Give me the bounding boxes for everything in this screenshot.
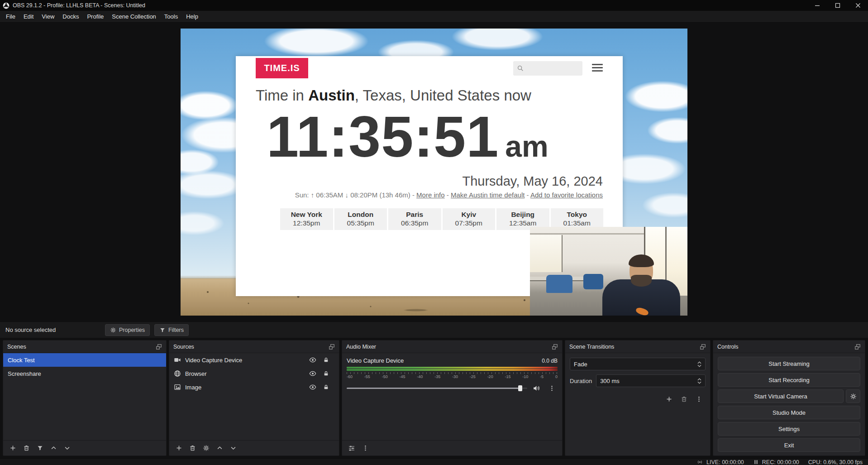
timeis-search-box: [513, 61, 582, 76]
timeis-logo: TIME.IS: [256, 58, 308, 78]
chevron-down-icon[interactable]: [697, 364, 701, 367]
timeis-heading: Time in Austin, Texas, United States now: [256, 87, 531, 104]
move-scene-down-button[interactable]: [61, 442, 73, 454]
obs-logo-icon: [3, 2, 10, 9]
add-scene-button[interactable]: [7, 442, 19, 454]
add-transition-button[interactable]: [663, 393, 675, 405]
globe-icon: [174, 370, 181, 377]
menu-edit[interactable]: Edit: [19, 11, 38, 22]
lock-icon[interactable]: [323, 370, 329, 377]
start-recording-button[interactable]: Start Recording: [718, 373, 860, 387]
chevron-down-icon[interactable]: [697, 381, 701, 384]
scene-filters-button[interactable]: [34, 442, 46, 454]
menu-file[interactable]: File: [2, 11, 19, 22]
virtual-camera-config-button[interactable]: [846, 389, 860, 403]
lock-icon[interactable]: [323, 384, 329, 390]
plus-icon: [666, 396, 672, 403]
visibility-eye-icon[interactable]: [309, 356, 316, 364]
close-button[interactable]: [848, 0, 868, 11]
scene-item-clock-test[interactable]: Clock Test: [3, 353, 166, 367]
remove-transition-button[interactable]: [678, 393, 690, 405]
source-item-video-capture[interactable]: Video Capture Device: [169, 353, 339, 367]
exit-button[interactable]: Exit: [718, 438, 860, 452]
scene-transitions-body: Fade Duration 300 ms: [565, 353, 710, 455]
broadcast-icon: [696, 459, 703, 465]
filter-icon: [37, 445, 43, 451]
speaker-icon[interactable]: [533, 384, 540, 392]
popout-icon[interactable]: [700, 344, 706, 350]
office-chair: [546, 275, 572, 293]
move-source-down-button[interactable]: [227, 442, 239, 454]
settings-button[interactable]: Settings: [718, 422, 860, 436]
menu-profile[interactable]: Profile: [83, 11, 108, 22]
source-item-image[interactable]: Image: [169, 380, 339, 394]
studio-mode-button[interactable]: Studio Mode: [718, 406, 860, 419]
scene-transitions-title: Scene Transitions: [569, 344, 614, 350]
trash-icon: [189, 445, 196, 451]
search-icon: [517, 65, 524, 72]
transition-menu-button[interactable]: [693, 393, 705, 405]
mixer-menu-button[interactable]: [359, 442, 371, 454]
sources-panel-header[interactable]: Sources: [169, 340, 339, 353]
chevron-up-icon: [216, 445, 223, 451]
duration-spinbox[interactable]: 300 ms: [596, 374, 706, 387]
rec-status: REC: 00:00:00: [753, 459, 799, 465]
popout-icon[interactable]: [156, 344, 162, 350]
title-bar[interactable]: OBS 29.1.2 - Profile: LLHLS BETA - Scene…: [0, 0, 868, 11]
start-virtual-camera-button[interactable]: Start Virtual Camera: [718, 389, 844, 403]
menu-docks[interactable]: Docks: [58, 11, 83, 22]
menu-scene-collection[interactable]: Scene Collection: [108, 11, 160, 22]
scene-transitions-header[interactable]: Scene Transitions: [565, 340, 710, 353]
advanced-audio-button[interactable]: [346, 442, 358, 454]
preview-canvas[interactable]: TIME.IS Time in Austin, Texas, United St…: [181, 29, 687, 316]
maximize-button[interactable]: [827, 0, 848, 11]
scene-item-screenshare[interactable]: Screenshare: [3, 367, 166, 380]
menu-view[interactable]: View: [38, 11, 58, 22]
menu-tools[interactable]: Tools: [160, 11, 182, 22]
plus-icon: [176, 445, 182, 451]
remove-source-button[interactable]: [186, 442, 198, 454]
chevron-up-icon[interactable]: [697, 361, 701, 364]
meter-tick-ruler: [347, 372, 558, 374]
add-source-button[interactable]: [173, 442, 185, 454]
visibility-eye-icon[interactable]: [309, 384, 316, 391]
source-item-browser[interactable]: Browser: [169, 367, 339, 380]
preview-background: TIME.IS Time in Austin, Texas, United St…: [0, 23, 868, 321]
properties-button[interactable]: Properties: [105, 324, 150, 336]
world-clock-cell: Paris06:35pm: [388, 208, 441, 230]
chevron-up-icon[interactable]: [697, 378, 701, 381]
mixer-db-value: 0.0 dB: [542, 358, 558, 364]
move-source-up-button[interactable]: [214, 442, 225, 454]
filters-button[interactable]: Filters: [154, 324, 189, 336]
controls-header[interactable]: Controls: [713, 340, 865, 353]
sources-list: Video Capture Device Browser: [169, 353, 339, 440]
volume-meter: [347, 367, 558, 371]
status-bar: LIVE: 00:00:00 REC: 00:00:00 CPU: 0.6%, …: [0, 458, 868, 465]
pause-icon: [753, 459, 759, 465]
popout-icon[interactable]: [552, 344, 558, 350]
lock-icon[interactable]: [323, 357, 329, 363]
scenes-toolbar: [3, 440, 166, 455]
popout-icon[interactable]: [329, 344, 335, 350]
source-properties-button[interactable]: [200, 442, 212, 454]
timeis-sun-line: Sun: ↑ 06:35AM ↓ 08:20PM (13h 46m) - Mor…: [295, 191, 603, 199]
mixer-item-menu-button[interactable]: [546, 382, 558, 394]
webcam-overlay: [530, 227, 687, 316]
visibility-eye-icon[interactable]: [309, 370, 316, 377]
start-streaming-button[interactable]: Start Streaming: [718, 357, 860, 370]
audio-mixer-header[interactable]: Audio Mixer: [342, 340, 562, 353]
move-scene-up-button[interactable]: [48, 442, 59, 454]
scenes-panel-header[interactable]: Scenes: [3, 340, 166, 353]
scenes-panel-title: Scenes: [7, 344, 26, 350]
make-default-link: Make Austin time default: [451, 191, 525, 199]
remove-scene-button[interactable]: [20, 442, 32, 454]
transition-select[interactable]: Fade: [570, 358, 706, 370]
popout-icon[interactable]: [854, 344, 861, 350]
gear-icon: [110, 327, 116, 333]
minimize-button[interactable]: [807, 0, 827, 11]
audio-mixer-panel: Audio Mixer Video Capture Device 0.0 dB …: [342, 340, 563, 456]
menu-help[interactable]: Help: [182, 11, 202, 22]
volume-slider-handle[interactable]: [518, 385, 522, 391]
volume-slider[interactable]: [347, 385, 527, 391]
image-icon: [174, 384, 181, 391]
